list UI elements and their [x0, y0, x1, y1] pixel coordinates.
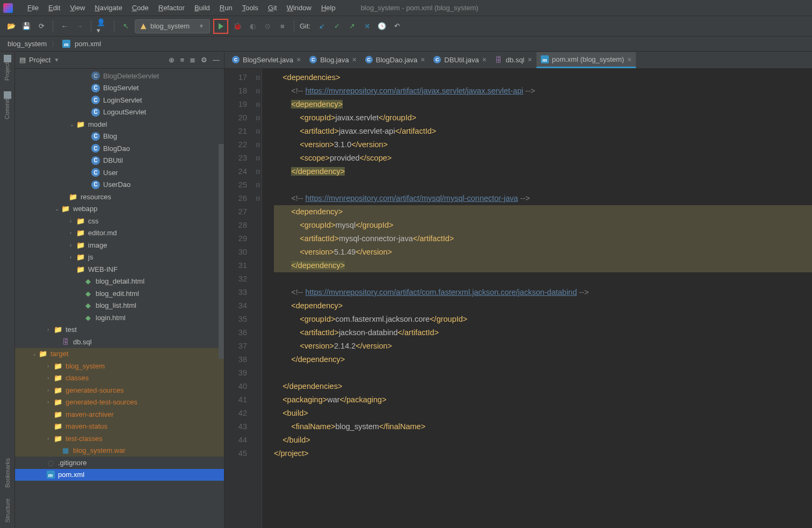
debug-icon[interactable]: 🐞 [231, 20, 243, 32]
tab-db-sql[interactable]: 🗄db.sql× [491, 52, 536, 68]
project-sidebar: ▤ Project ▼ ⊕ ≡ ≣ ⚙ — CBlogDeleteServlet… [15, 52, 224, 528]
tree-item-test-classes[interactable]: ›📁test-classes [15, 432, 224, 445]
menu-build[interactable]: Build [190, 4, 215, 12]
tab-blogdao-java[interactable]: CBlogDao.java× [361, 52, 430, 68]
tree-item-generated-sources[interactable]: ›📁generated-sources [15, 384, 224, 396]
tree-item-blog-list-html[interactable]: ◆blog_list.html [15, 300, 224, 312]
rail-project[interactable]: Project [4, 55, 11, 81]
tree-item-css[interactable]: ›📁css [15, 215, 224, 227]
run-config-selector[interactable]: blog_system ▼ [135, 19, 210, 33]
fold-gutter[interactable]: ⊟⊟⊟⊟⊟⊟⊟⊟⊟⊟ [253, 69, 262, 528]
close-icon[interactable]: × [627, 55, 632, 64]
menu-tools[interactable]: Tools [237, 4, 263, 12]
open-icon[interactable]: 📂 [5, 20, 17, 32]
tree-item-generated-test-sources[interactable]: ›📁generated-test-sources [15, 396, 224, 409]
tree-item-blogdeleteservlet[interactable]: CBlogDeleteServlet [15, 70, 224, 82]
menu-refactor[interactable]: Refactor [154, 4, 190, 12]
tab-pom-xml-blog-system-[interactable]: mpom.xml (blog_system)× [536, 52, 636, 68]
profile-icon[interactable]: ⊙ [262, 20, 273, 32]
git-compare-icon[interactable]: ⤨ [361, 20, 373, 32]
hammer-icon[interactable]: ↖ [120, 20, 132, 32]
users-icon[interactable]: 👤▾ [97, 20, 108, 32]
tree-item-model[interactable]: ⌄📁model [15, 118, 224, 131]
chevron-down-icon[interactable]: ▼ [54, 57, 59, 63]
tree-item-login-html[interactable]: ◆login.html [15, 312, 224, 324]
forward-icon[interactable]: → [74, 20, 85, 32]
close-icon[interactable]: × [528, 55, 532, 64]
tree-item-webapp[interactable]: ⌄📁webapp [15, 203, 224, 215]
code-editor[interactable]: <dependencies> <!-- https://mvnrepositor… [262, 69, 812, 528]
folder-icon: ▤ [19, 56, 26, 64]
git-update-icon[interactable]: ↙ [316, 20, 328, 32]
git-push-icon[interactable]: ↗ [346, 20, 358, 32]
rail-commit[interactable]: Commit [4, 91, 11, 119]
git-history-icon[interactable]: 🕓 [376, 20, 388, 32]
tab-dbutil-java[interactable]: CDBUtil.java× [429, 52, 490, 68]
menu-view[interactable]: View [65, 4, 90, 12]
tree-item-user[interactable]: CUser [15, 167, 224, 179]
tree-item-blog[interactable]: CBlog [15, 131, 224, 143]
tree-item-blog-edit-html[interactable]: ◆blog_edit.html [15, 287, 224, 300]
back-icon[interactable]: ← [59, 20, 70, 32]
tree-item-dbutil[interactable]: CDBUtil [15, 155, 224, 167]
menu-file[interactable]: File [23, 4, 44, 12]
rail-structure[interactable]: Structure [4, 498, 11, 523]
tree-item-maven-archiver[interactable]: 📁maven-archiver [15, 408, 224, 421]
run-button[interactable] [213, 19, 228, 34]
sync-icon[interactable]: ⟳ [35, 20, 47, 32]
window-title: blog_system - pom.xml (blog_system) [361, 4, 479, 12]
close-icon[interactable]: × [482, 55, 487, 64]
breadcrumb-file[interactable]: pom.xml [75, 40, 101, 48]
tree-item-userdao[interactable]: CUserDao [15, 179, 224, 191]
hide-icon[interactable]: — [213, 56, 220, 64]
tree-item-loginservlet[interactable]: CLoginServlet [15, 94, 224, 106]
menu-window[interactable]: Window [282, 4, 316, 12]
tree-item-blog-detail-html[interactable]: ◆blog_detail.html [15, 276, 224, 288]
close-icon[interactable]: × [296, 55, 301, 64]
tree-item-editor-md[interactable]: ›📁editor.md [15, 227, 224, 240]
tree-item-blog-system-war[interactable]: ▦blog_system.war [15, 445, 224, 457]
stop-icon[interactable]: ■ [277, 20, 288, 32]
editor-tabs: CBlogServlet.java×CBlog.java×CBlogDao.ja… [224, 52, 812, 69]
settings-icon[interactable]: ⚙ [201, 56, 207, 64]
select-opened-icon[interactable]: ⊕ [169, 56, 175, 64]
menu-navigate[interactable]: Navigate [90, 4, 127, 12]
save-icon[interactable]: 💾 [20, 20, 32, 32]
tree-item-classes[interactable]: ›📁classes [15, 372, 224, 385]
rail-bookmarks[interactable]: Bookmarks [4, 458, 11, 488]
menu-git[interactable]: Git [263, 4, 282, 12]
tree-item-test[interactable]: ›📁test [15, 324, 224, 336]
close-icon[interactable]: × [421, 55, 425, 64]
git-commit-icon[interactable]: ✓ [331, 20, 343, 32]
project-tree[interactable]: CBlogDeleteServletCBlogServletCLoginServ… [15, 69, 224, 528]
tree-item-blog-system[interactable]: ›📁blog_system [15, 360, 224, 372]
menu-help[interactable]: Help [316, 4, 340, 12]
line-gutter: 1718192021222324252627282930313233343536… [224, 69, 253, 528]
tree-item-web-inf[interactable]: 📁WEB-INF [15, 263, 224, 276]
breadcrumb-root[interactable]: blog_system [8, 40, 47, 48]
scrollbar-thumb[interactable] [219, 144, 224, 359]
tree-item-blogservlet[interactable]: CBlogServlet [15, 82, 224, 95]
menu-run[interactable]: Run [215, 4, 237, 12]
menu-edit[interactable]: Edit [44, 4, 65, 12]
tree-item-logoutservlet[interactable]: CLogoutServlet [15, 106, 224, 119]
tab-blogservlet-java[interactable]: CBlogServlet.java× [228, 52, 305, 68]
expand-icon[interactable]: ≡ [180, 56, 184, 64]
tree-item-js[interactable]: ›📁js [15, 251, 224, 264]
git-rollback-icon[interactable]: ↶ [391, 20, 403, 32]
sidebar-title: Project [29, 56, 50, 64]
collapse-icon[interactable]: ≣ [190, 56, 195, 64]
close-icon[interactable]: × [352, 55, 357, 64]
tree-item-target[interactable]: ⌄📁target [15, 348, 224, 360]
tree-item-maven-status[interactable]: 📁maven-status [15, 421, 224, 433]
menu-code[interactable]: Code [127, 4, 154, 12]
tree-item-resources[interactable]: 📁resources [15, 191, 224, 203]
tree-item-blogdao[interactable]: CBlogDao [15, 142, 224, 155]
tree-item-image[interactable]: ›📁image [15, 239, 224, 251]
tab-blog-java[interactable]: CBlog.java× [305, 52, 361, 68]
coverage-icon[interactable]: ◐ [247, 20, 258, 32]
tree-item--gitignore[interactable]: ◌.gitignore [15, 457, 224, 469]
tree-item-pom-xml[interactable]: mpom.xml [15, 469, 224, 481]
tree-item-db-sql[interactable]: 🗄db.sql [15, 336, 224, 348]
main-menu: FileEditViewNavigateCodeRefactorBuildRun… [23, 4, 340, 12]
